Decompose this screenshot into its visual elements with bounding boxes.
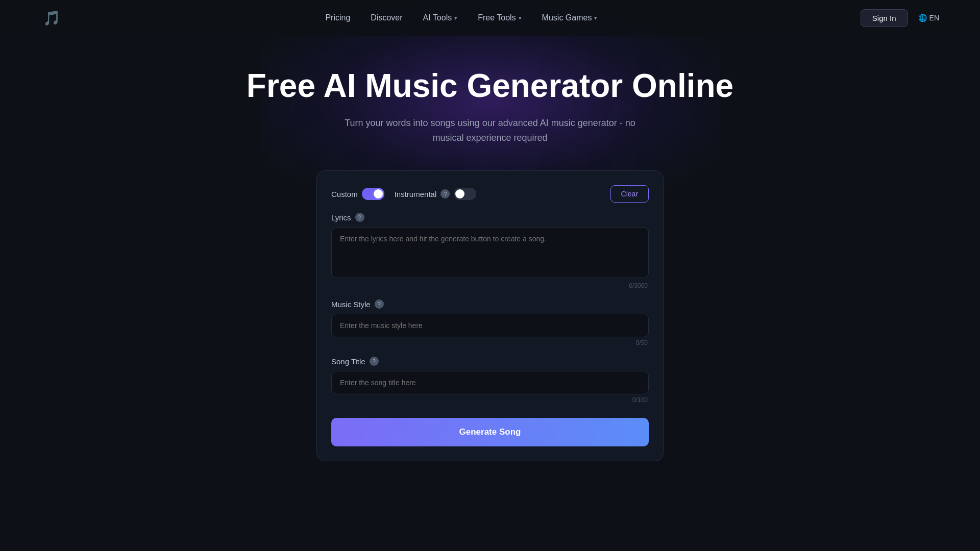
song-title-field-group: Song Title ? 0/100: [331, 357, 649, 404]
nav-item-pricing[interactable]: Pricing: [325, 13, 350, 22]
generate-button[interactable]: Generate Song: [331, 418, 649, 446]
instrumental-label: Instrumental: [395, 190, 437, 198]
lyrics-help-icon[interactable]: ?: [355, 213, 364, 222]
logo[interactable]: 🎵: [41, 7, 62, 29]
song-title-input[interactable]: [331, 371, 649, 394]
language-label: EN: [929, 14, 939, 22]
free-tools-chevron: ▾: [519, 15, 522, 21]
lyrics-label-row: Lyrics ?: [331, 213, 649, 222]
custom-toggle-knob: [374, 189, 383, 198]
custom-toggle[interactable]: [362, 188, 384, 200]
nav-right: Sign In 🌐 EN: [861, 9, 939, 27]
song-title-label-row: Song Title ?: [331, 357, 649, 366]
language-icon: 🌐: [918, 14, 927, 22]
clear-button[interactable]: Clear: [610, 185, 649, 203]
custom-label: Custom: [331, 190, 358, 198]
music-style-field-group: Music Style ? 0/50: [331, 299, 649, 346]
main-content: Free AI Music Generator Online Turn your…: [0, 36, 980, 461]
generator-card: Custom Instrumental ? Clear: [316, 170, 664, 461]
music-games-chevron: ▾: [594, 15, 597, 21]
nav-item-ai-tools[interactable]: AI Tools ▾: [423, 13, 458, 22]
instrumental-toggle-knob: [455, 189, 464, 198]
music-style-char-count: 0/50: [331, 337, 649, 346]
song-title-help-icon[interactable]: ?: [370, 357, 379, 366]
song-title-wrapper: 0/100: [331, 371, 649, 404]
navbar: 🎵 Pricing Discover AI Tools ▾ Free Tools…: [0, 0, 980, 36]
nav-center: Pricing Discover AI Tools ▾ Free Tools ▾…: [325, 13, 597, 22]
toggle-row: Custom Instrumental ? Clear: [331, 185, 649, 203]
custom-toggle-item: Custom: [331, 188, 384, 200]
toggle-group: Custom Instrumental ?: [331, 188, 476, 200]
instrumental-toggle-item: Instrumental ?: [395, 188, 477, 200]
hero-title: Free AI Music Generator Online: [247, 66, 733, 106]
song-title-label: Song Title: [331, 357, 365, 366]
ai-tools-chevron: ▾: [454, 15, 457, 21]
lyrics-field-group: Lyrics ? 0/3000: [331, 213, 649, 289]
music-style-wrapper: 0/50: [331, 314, 649, 346]
logo-icon: 🎵: [41, 7, 62, 29]
language-button[interactable]: 🌐 EN: [918, 14, 939, 22]
song-title-char-count: 0/100: [331, 394, 649, 404]
nav-item-discover[interactable]: Discover: [371, 13, 402, 22]
instrumental-toggle[interactable]: [454, 188, 476, 200]
nav-item-free-tools[interactable]: Free Tools ▾: [478, 13, 521, 22]
hero-subtitle: Turn your words into songs using our adv…: [337, 116, 643, 145]
lyrics-label: Lyrics: [331, 213, 351, 222]
instrumental-help-icon[interactable]: ?: [440, 189, 450, 198]
nav-item-music-games[interactable]: Music Games ▾: [542, 13, 598, 22]
lyrics-textarea[interactable]: [331, 227, 649, 278]
sign-in-button[interactable]: Sign In: [861, 9, 908, 27]
music-style-label-row: Music Style ?: [331, 299, 649, 309]
lyrics-area-wrapper: 0/3000: [331, 227, 649, 289]
music-style-help-icon[interactable]: ?: [375, 299, 384, 309]
music-style-input[interactable]: [331, 314, 649, 337]
music-style-label: Music Style: [331, 300, 371, 309]
lyrics-char-count: 0/3000: [331, 280, 649, 289]
